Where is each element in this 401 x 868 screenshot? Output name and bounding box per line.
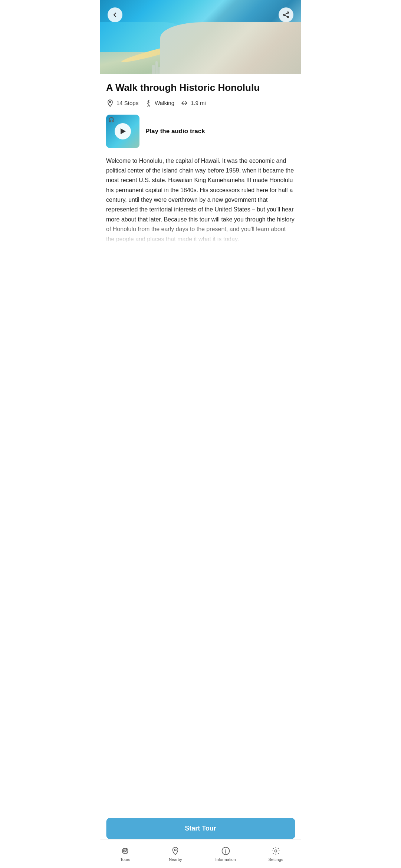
audio-thumbnail: 🎧 xyxy=(106,115,139,148)
distance-icon xyxy=(180,99,188,107)
distance-meta: 1.9 mi xyxy=(180,99,206,107)
tour-description: Welcome to Honolulu, the capital of Hawa… xyxy=(106,156,295,244)
stops-meta: 14 Stops xyxy=(106,99,138,107)
svg-line-4 xyxy=(285,15,287,17)
audio-card[interactable]: 🎧 Play the audio track xyxy=(106,115,295,148)
share-icon xyxy=(282,11,290,19)
content-area: A Walk through Historic Honolulu 14 Stop… xyxy=(100,74,301,281)
stops-value: 14 Stops xyxy=(116,100,138,106)
walking-icon xyxy=(144,99,152,107)
audio-play-button[interactable] xyxy=(115,123,131,139)
hero-image xyxy=(100,0,301,74)
svg-line-3 xyxy=(285,13,287,14)
audio-label: Play the audio track xyxy=(145,128,205,135)
back-icon xyxy=(112,11,118,18)
description-container: Welcome to Honolulu, the capital of Hawa… xyxy=(106,156,295,244)
stops-icon xyxy=(106,99,114,107)
svg-point-5 xyxy=(109,101,111,103)
back-button[interactable] xyxy=(108,7,122,22)
play-triangle-icon xyxy=(121,128,126,134)
mode-value: Walking xyxy=(155,100,174,106)
headphones-small-icon: 🎧 xyxy=(108,117,114,122)
share-button[interactable] xyxy=(279,7,293,22)
distance-value: 1.9 mi xyxy=(191,100,206,106)
tour-meta: 14 Stops Walking 1.9 mi xyxy=(106,99,295,107)
tour-title: A Walk through Historic Honolulu xyxy=(106,82,295,94)
mode-meta: Walking xyxy=(144,99,174,107)
